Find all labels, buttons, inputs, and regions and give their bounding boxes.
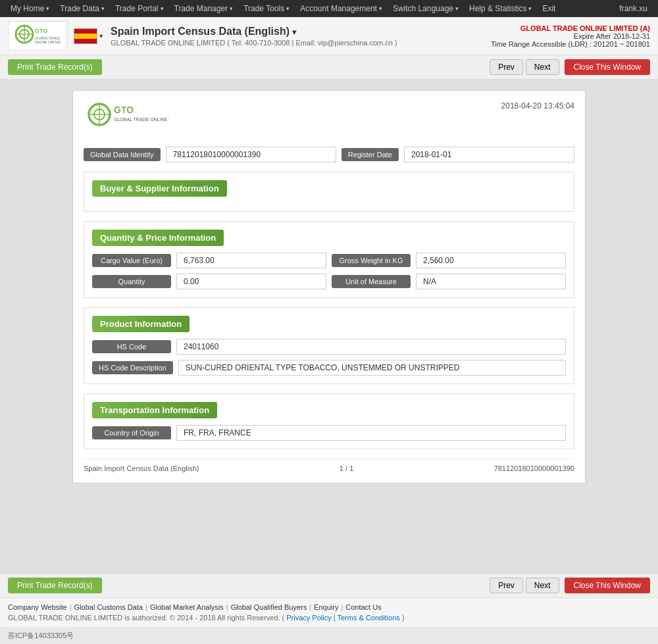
card-header: GTO GLOBAL TRADE ONLINE LIMITED 2018-04-… [84,101,574,137]
hs-code-desc-value: SUN-CURED ORIENTAL TYPE TOBACCO, UNSTEMM… [178,360,566,376]
nav-help-statistics[interactable]: Help & Statistics ▾ [464,0,537,17]
unit-measure-pair: Unit of Measure N/A [332,274,566,289]
footer-copyright: GLOBAL TRADE ONLINE LIMITED is authorize… [8,614,650,622]
chevron-down-icon: ▾ [161,5,164,12]
title-dropdown-icon[interactable]: ▾ [292,28,296,37]
nav-trade-tools[interactable]: Trade Tools ▾ [238,0,295,17]
prev-button-top[interactable]: Prev [490,59,523,75]
page-title: Spain Import Census Data (English) ▾ [111,26,491,37]
svg-text:ONLINE LIMITED: ONLINE LIMITED [35,40,61,44]
nav-trade-manager[interactable]: Trade Manager ▾ [169,0,239,17]
country-origin-label: Country of Origin [92,426,171,439]
chevron-down-icon: ▾ [379,5,382,12]
quantity-price-header: Quantity & Price Information [92,230,224,246]
top-action-bar: Print Trade Record(s) Prev Next Close Th… [0,55,658,80]
page-footer: Company Website | Global Customs Data | … [0,597,658,627]
main-content: GTO GLOBAL TRADE ONLINE LIMITED 2018-04-… [0,80,658,573]
hs-code-label: HS Code [92,340,171,353]
svg-text:GTO: GTO [35,28,47,34]
svg-text:GTO: GTO [114,105,134,115]
footer-link-company[interactable]: Company Website [8,603,67,611]
ldr-text: Time Range Accessible (LDR) : 201201 ~ 2… [491,40,650,48]
company-link[interactable]: GLOBAL TRADE ONLINE LIMITED (A) [491,24,650,32]
user-name: frank.xu [614,0,653,17]
top-navigation: My Home ▾ Trade Data ▾ Trade Portal ▾ Tr… [0,0,658,17]
country-origin-value: FR, FRA, FRANCE [176,425,566,441]
product-header: Product Information [92,316,190,332]
record-card: GTO GLOBAL TRADE ONLINE LIMITED 2018-04-… [72,90,586,483]
spain-flag[interactable] [74,28,97,44]
card-footer: Spain Import Census Data (English) 1 / 1… [84,458,574,472]
cargo-value-value: 6,763.00 [176,253,326,268]
nav-account-management[interactable]: Account Management ▾ [295,0,388,17]
cargo-value-pair: Cargo Value (Euro) 6,763.00 [92,253,326,268]
hs-code-value: 24011060 [176,339,566,355]
privacy-policy-link[interactable]: Privacy Policy [286,614,331,622]
footer-page: 1 / 1 [340,464,353,472]
icp-text: 苏ICP备14033305号 [0,627,658,644]
footer-link-market[interactable]: Global Market Analysis [150,603,224,611]
chevron-down-icon: ▾ [230,5,233,12]
buyer-supplier-header: Buyer & Supplier Information [92,180,227,197]
record-timestamp: 2018-04-20 13:45:04 [501,101,574,111]
footer-link-customs[interactable]: Global Customs Data [74,603,143,611]
field-row-hs-code: HS Code 24011060 [92,339,566,355]
global-data-identity-label: Global Data Identity [84,148,161,161]
print-button-bottom[interactable]: Print Trade Record(s) [8,578,102,593]
prev-button-bottom[interactable]: Prev [490,578,523,593]
terms-link[interactable]: Terms & Conditions [337,614,399,622]
field-row-quantity: Quantity 0.00 Unit of Measure N/A [92,274,566,289]
global-data-identity-value: 78112018010000001390 [166,147,336,162]
gross-weight-value: 2,560.00 [416,253,566,268]
header-bar: GTO GLOBAL TRADE ONLINE LIMITED ▾ Spain … [0,17,658,55]
nav-exit[interactable]: Exit [537,0,561,17]
field-row-cargo: Cargo Value (Euro) 6,763.00 Gross Weight… [92,253,566,268]
header-subtitle: GLOBAL TRADE ONLINE LIMITED ( Tel: 400-7… [111,39,491,47]
chevron-down-icon: ▾ [46,5,49,12]
chevron-down-icon: ▾ [101,5,105,12]
expire-text: Expire After 2018-12-31 [491,32,650,40]
close-button-bottom[interactable]: Close This Window [565,578,650,593]
footer-link-contact[interactable]: Contact Us [345,603,381,611]
logo-area: GTO GLOBAL TRADE ONLINE LIMITED ▾ [8,21,111,51]
next-button-bottom[interactable]: Next [526,578,559,593]
flag-dropdown-arrow[interactable]: ▾ [99,32,103,39]
transportation-header: Transportation Information [92,402,217,418]
footer-link-buyers[interactable]: Global Qualified Buyers [231,603,307,611]
cargo-value-label: Cargo Value (Euro) [92,254,171,267]
close-button-top[interactable]: Close This Window [565,59,650,75]
chevron-down-icon: ▾ [528,5,532,12]
quantity-value: 0.00 [176,274,326,289]
nav-trade-portal[interactable]: Trade Portal ▾ [110,0,169,17]
transportation-section: Transportation Information Country of Or… [84,393,574,449]
unit-measure-label: Unit of Measure [332,275,411,288]
quantity-pair: Quantity 0.00 [92,274,326,289]
svg-text:GLOBAL TRADE ONLINE LIMITED: GLOBAL TRADE ONLINE LIMITED [114,117,169,122]
product-section: Product Information HS Code 24011060 HS … [84,307,574,384]
nav-switch-language[interactable]: Switch Language ▾ [388,0,464,17]
card-logo: GTO GLOBAL TRADE ONLINE LIMITED [84,101,169,137]
flag-area[interactable]: ▾ [74,28,103,44]
print-button-top[interactable]: Print Trade Record(s) [8,59,102,75]
next-button-top[interactable]: Next [526,59,559,75]
company-logo: GTO GLOBAL TRADE ONLINE LIMITED [8,21,67,51]
footer-links: Company Website | Global Customs Data | … [8,603,650,611]
nav-my-home[interactable]: My Home ▾ [5,0,55,17]
header-info: Spain Import Census Data (English) ▾ GLO… [111,26,491,47]
bottom-action-bar: Print Trade Record(s) Prev Next Close Th… [0,573,658,597]
quantity-label: Quantity [92,275,171,288]
gross-weight-label: Gross Weight in KG [332,254,411,267]
hs-code-desc-label: HS Code Description [92,361,173,374]
nav-trade-data[interactable]: Trade Data ▾ [55,0,110,17]
chevron-down-icon: ▾ [286,5,290,12]
register-date-label: Register Date [342,148,399,161]
buyer-supplier-section: Buyer & Supplier Information [84,172,574,212]
register-date-value: 2018-01-01 [404,147,574,162]
quantity-price-section: Quantity & Price Information Cargo Value… [84,221,574,298]
identity-row: Global Data Identity 7811201801000000139… [84,147,574,162]
gross-weight-pair: Gross Weight in KG 2,560.00 [332,253,566,268]
field-row-country-origin: Country of Origin FR, FRA, FRANCE [92,425,566,441]
footer-link-enquiry[interactable]: Enquiry [314,603,338,611]
footer-dataset: Spain Import Census Data (English) [84,464,199,472]
chevron-down-icon: ▾ [455,5,459,12]
